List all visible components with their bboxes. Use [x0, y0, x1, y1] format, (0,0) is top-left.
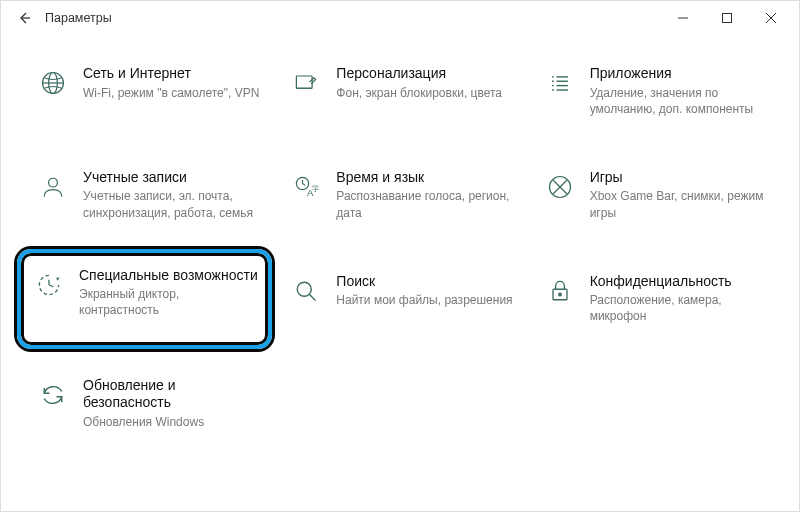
highlight-ease-of-access: Специальные возможности Экранный диктор,…	[17, 249, 272, 349]
tile-title: Персонализация	[336, 65, 513, 83]
empty-cell	[536, 371, 771, 436]
tile-network[interactable]: Сеть и Интернет Wi-Fi, режим "в самолете…	[29, 59, 264, 123]
titlebar: Параметры	[1, 1, 799, 35]
tile-title: Сеть и Интернет	[83, 65, 260, 83]
minimize-icon	[678, 13, 688, 23]
tile-subtitle: Xbox Game Bar, снимки, режим игры	[590, 188, 767, 220]
tile-subtitle: Учетные записи, эл. почта, синхронизация…	[83, 188, 260, 220]
time-language-icon: A 字	[290, 171, 322, 203]
tile-ease-of-access[interactable]: Специальные возможности Экранный диктор,…	[29, 267, 260, 319]
svg-line-21	[303, 183, 306, 185]
tile-title: Обновление и безопасность	[83, 377, 260, 412]
tile-subtitle: Удаление, значения по умолчанию, доп. ко…	[590, 85, 767, 117]
tile-subtitle: Wi-Fi, режим "в самолете", VPN	[83, 85, 260, 101]
close-icon	[766, 13, 776, 23]
tile-subtitle: Экранный диктор, контрастность	[79, 286, 260, 318]
xbox-icon	[544, 171, 576, 203]
svg-text:字: 字	[312, 184, 319, 191]
svg-point-18	[49, 178, 58, 187]
svg-rect-2	[723, 14, 732, 23]
maximize-button[interactable]	[705, 1, 749, 35]
sync-icon	[37, 379, 69, 411]
maximize-icon	[722, 13, 732, 23]
person-icon	[37, 171, 69, 203]
tile-subtitle: Найти мои файлы, разрешения	[336, 292, 513, 308]
lock-icon	[544, 275, 576, 307]
tile-title: Специальные возможности	[79, 267, 260, 285]
apps-list-icon	[544, 67, 576, 99]
tile-title: Игры	[590, 169, 767, 187]
tile-subtitle: Расположение, камера, микрофон	[590, 292, 767, 324]
paint-icon	[290, 67, 322, 99]
tile-subtitle: Фон, экран блокировки, цвета	[336, 85, 513, 101]
svg-point-27	[298, 282, 312, 296]
svg-line-28	[310, 294, 316, 300]
tile-privacy[interactable]: Конфиденциальность Расположение, камера,…	[536, 267, 771, 331]
svg-point-30	[558, 293, 561, 296]
tile-search[interactable]: Поиск Найти мои файлы, разрешения	[282, 267, 517, 331]
tile-time-language[interactable]: A 字 Время и язык Распознавание голоса, р…	[282, 163, 517, 227]
empty-cell	[282, 371, 517, 436]
window-title: Параметры	[45, 11, 112, 25]
ease-of-access-icon	[33, 269, 65, 301]
tile-apps[interactable]: Приложения Удаление, значения по умолчан…	[536, 59, 771, 123]
tile-title: Учетные записи	[83, 169, 260, 187]
close-button[interactable]	[749, 1, 793, 35]
tile-personalization[interactable]: Персонализация Фон, экран блокировки, цв…	[282, 59, 517, 123]
tile-update-security[interactable]: Обновление и безопасность Обновления Win…	[29, 371, 264, 436]
tile-subtitle: Обновления Windows	[83, 414, 260, 430]
tile-subtitle: Распознавание голоса, регион, дата	[336, 188, 513, 220]
back-button[interactable]	[7, 1, 41, 35]
tile-title: Приложения	[590, 65, 767, 83]
tile-title: Поиск	[336, 273, 513, 291]
tile-title: Конфиденциальность	[590, 273, 767, 291]
window-controls	[661, 1, 793, 35]
tile-title: Время и язык	[336, 169, 513, 187]
search-icon	[290, 275, 322, 307]
minimize-button[interactable]	[661, 1, 705, 35]
globe-icon	[37, 67, 69, 99]
back-arrow-icon	[16, 10, 32, 26]
tile-accounts[interactable]: Учетные записи Учетные записи, эл. почта…	[29, 163, 264, 227]
svg-line-26	[49, 285, 53, 287]
settings-grid: Сеть и Интернет Wi-Fi, режим "в самолете…	[29, 59, 771, 436]
tile-gaming[interactable]: Игры Xbox Game Bar, снимки, режим игры	[536, 163, 771, 227]
settings-content: Сеть и Интернет Wi-Fi, режим "в самолете…	[1, 35, 799, 446]
